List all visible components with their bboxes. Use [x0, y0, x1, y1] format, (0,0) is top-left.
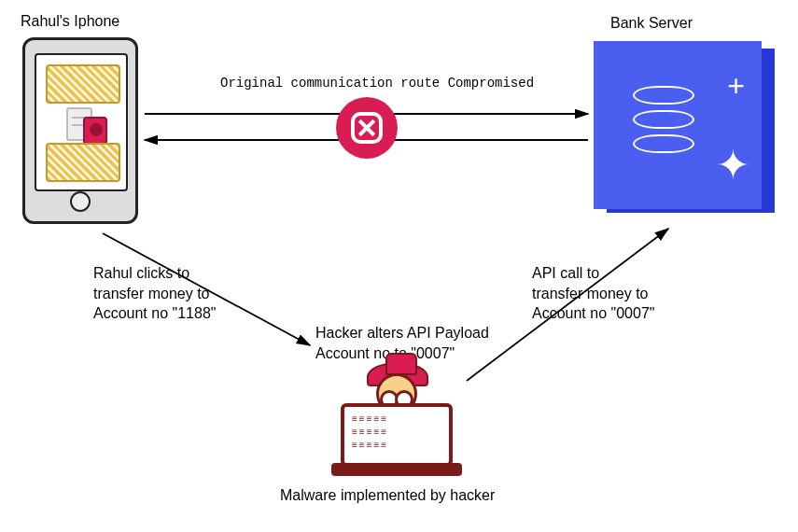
folder-icon [46, 143, 120, 182]
database-icon [633, 86, 698, 170]
iphone-device [22, 37, 138, 224]
hacker-caption: Malware implemented by hacker [280, 485, 495, 506]
compromised-icon [336, 97, 398, 159]
hacker-illustration [331, 373, 462, 476]
sparkle-icon: ✦ [716, 141, 750, 189]
laptop-base-icon [331, 463, 462, 476]
step-api-label: API call to transfer money to Account no… [532, 263, 654, 324]
folder-icon [46, 64, 120, 104]
iphone-screen [35, 53, 128, 191]
compromised-route-label: Original communication route Compromised [220, 75, 534, 92]
phone-title: Rahul's Iphone [21, 11, 119, 32]
laptop-screen-icon [341, 403, 453, 467]
sparkle-icon: + [727, 69, 745, 104]
home-button-icon [70, 191, 91, 212]
step-rahul-label: Rahul clicks to transfer money to Accoun… [93, 263, 216, 324]
server-title: Bank Server [610, 13, 693, 34]
bank-server: + ✦ [594, 41, 771, 218]
malware-bug-icon [83, 117, 107, 145]
